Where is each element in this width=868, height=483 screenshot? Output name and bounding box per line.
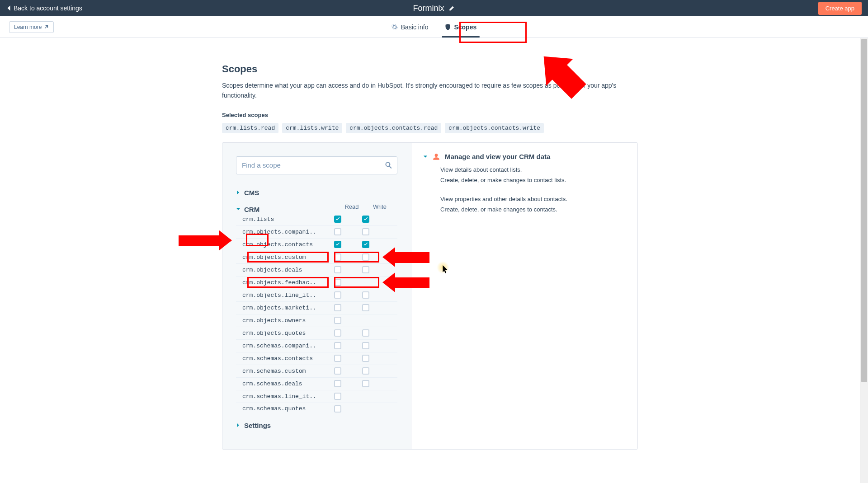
vertical-scrollbar[interactable] xyxy=(860,38,868,483)
scope-read-checkbox[interactable] xyxy=(334,291,341,299)
back-label: Back to account settings xyxy=(14,5,82,12)
pencil-icon[interactable] xyxy=(449,5,455,11)
scope-row: crm.objects.owners xyxy=(236,314,397,327)
detail-title: Manage and view your CRM data xyxy=(445,153,550,160)
scope-write-checkbox[interactable] xyxy=(362,216,369,223)
scope-row: crm.schemas.quotes xyxy=(236,403,397,415)
scope-read-checkbox[interactable] xyxy=(334,304,341,311)
scope-row: crm.schemas.contacts xyxy=(236,352,397,365)
search-icon xyxy=(385,161,393,169)
gear-icon xyxy=(392,24,398,30)
scope-name: crm.objects.feedbac.. xyxy=(242,279,324,286)
shield-icon xyxy=(444,24,451,30)
category-settings[interactable]: Settings xyxy=(236,419,397,432)
scope-read-checkbox[interactable] xyxy=(334,380,341,387)
tab-label: Scopes xyxy=(454,23,476,31)
scope-row: crm.schemas.compani.. xyxy=(236,339,397,352)
scope-write-checkbox[interactable] xyxy=(362,228,369,235)
scope-name: crm.objects.deals xyxy=(242,267,324,273)
category-label: Settings xyxy=(244,422,271,429)
scope-read-checkbox[interactable] xyxy=(334,393,341,400)
tab-label: Basic info xyxy=(401,23,429,31)
selected-scope-chip: crm.objects.contacts.read xyxy=(346,123,441,133)
scope-read-checkbox[interactable] xyxy=(334,355,341,362)
scope-read-checkbox[interactable] xyxy=(334,329,341,337)
category-label: CMS xyxy=(244,189,259,197)
scope-write-checkbox[interactable] xyxy=(362,241,369,248)
scope-write-checkbox[interactable] xyxy=(362,266,369,273)
tab-scopes[interactable]: Scopes xyxy=(444,16,476,38)
scope-row: crm.lists xyxy=(236,213,397,225)
scope-read-checkbox[interactable] xyxy=(334,279,341,286)
scope-row: crm.objects.feedbac.. xyxy=(236,276,397,289)
scope-write-checkbox[interactable] xyxy=(362,291,369,299)
scope-row: crm.objects.quotes xyxy=(236,327,397,339)
page-description: Scopes determine what your app can acces… xyxy=(222,80,620,101)
scope-read-checkbox[interactable] xyxy=(334,405,341,413)
chevron-right-icon xyxy=(236,190,241,195)
scope-write-checkbox[interactable] xyxy=(362,342,369,349)
scope-name: crm.objects.quotes xyxy=(242,330,324,337)
scope-name: crm.objects.compani.. xyxy=(242,229,324,235)
scope-name: crm.schemas.quotes xyxy=(242,405,324,412)
scope-write-checkbox[interactable] xyxy=(362,367,369,375)
create-app-button[interactable]: Create app xyxy=(818,2,862,15)
scope-name: crm.objects.contacts xyxy=(242,241,324,248)
learn-more-label: Learn more xyxy=(14,24,42,30)
scope-row: crm.objects.marketi.. xyxy=(236,301,397,314)
selected-scopes-list: crm.lists.readcrm.lists.writecrm.objects… xyxy=(222,123,638,133)
scope-read-checkbox[interactable] xyxy=(334,317,341,324)
chevron-right-icon xyxy=(236,423,241,427)
scope-write-checkbox[interactable] xyxy=(362,355,369,362)
scope-name: crm.objects.custom xyxy=(242,254,324,261)
scope-write-checkbox[interactable] xyxy=(362,304,369,311)
search-input[interactable] xyxy=(236,156,397,174)
scope-read-checkbox[interactable] xyxy=(334,266,341,273)
read-column-header: Read xyxy=(338,203,366,210)
chevron-right-icon xyxy=(236,207,241,211)
scope-name: crm.objects.line_it.. xyxy=(242,292,324,299)
scope-name: crm.schemas.deals xyxy=(242,380,324,387)
selected-scope-chip: crm.lists.read xyxy=(222,123,278,133)
selected-scopes-label: Selected scopes xyxy=(222,112,638,118)
scope-write-checkbox[interactable] xyxy=(362,380,369,387)
app-title: Forminix xyxy=(413,4,444,13)
back-to-account-settings[interactable]: Back to account settings xyxy=(6,5,82,12)
chevron-left-icon xyxy=(6,5,11,11)
detail-line: View properties and other details about … xyxy=(440,195,626,204)
scope-name: crm.objects.marketi.. xyxy=(242,305,324,311)
contacts-icon xyxy=(432,153,440,161)
scope-name: crm.schemas.line_it.. xyxy=(242,393,324,400)
learn-more-button[interactable]: Learn more xyxy=(9,21,54,33)
detail-line: View details about contact lists. xyxy=(440,165,626,174)
scope-read-checkbox[interactable] xyxy=(334,241,341,248)
scope-name: crm.objects.owners xyxy=(242,317,324,324)
scope-read-checkbox[interactable] xyxy=(334,367,341,375)
scope-row: crm.schemas.line_it.. xyxy=(236,390,397,403)
chevron-down-icon[interactable] xyxy=(423,155,428,159)
category-cms[interactable]: CMS xyxy=(236,186,397,199)
detail-line: Create, delete, or make changes to conta… xyxy=(440,205,626,214)
external-link-icon xyxy=(44,24,49,29)
scope-row: crm.schemas.deals xyxy=(236,377,397,390)
scope-row: crm.objects.deals xyxy=(236,263,397,276)
scope-name: crm.schemas.contacts xyxy=(242,355,324,362)
scope-read-checkbox[interactable] xyxy=(334,342,341,349)
detail-body: View details about contact lists.Create,… xyxy=(423,165,626,214)
scope-row: crm.objects.contacts xyxy=(236,238,397,251)
scrollbar-thumb[interactable] xyxy=(861,39,867,382)
scope-write-checkbox[interactable] xyxy=(362,329,369,337)
scope-read-checkbox[interactable] xyxy=(334,228,341,235)
scope-read-checkbox[interactable] xyxy=(334,253,341,261)
write-column-header: Write xyxy=(366,203,394,210)
scope-name: crm.lists xyxy=(242,216,324,223)
scope-row: crm.objects.line_it.. xyxy=(236,289,397,301)
tab-basic-info[interactable]: Basic info xyxy=(392,16,429,38)
scope-name: crm.schemas.compani.. xyxy=(242,342,324,349)
selected-scope-chip: crm.objects.contacts.write xyxy=(445,123,544,133)
scope-read-checkbox[interactable] xyxy=(334,216,341,223)
scope-name: crm.schemas.custom xyxy=(242,368,324,375)
selected-scope-chip: crm.lists.write xyxy=(282,123,342,133)
scope-write-checkbox[interactable] xyxy=(362,253,369,261)
scope-row: crm.schemas.custom xyxy=(236,365,397,377)
